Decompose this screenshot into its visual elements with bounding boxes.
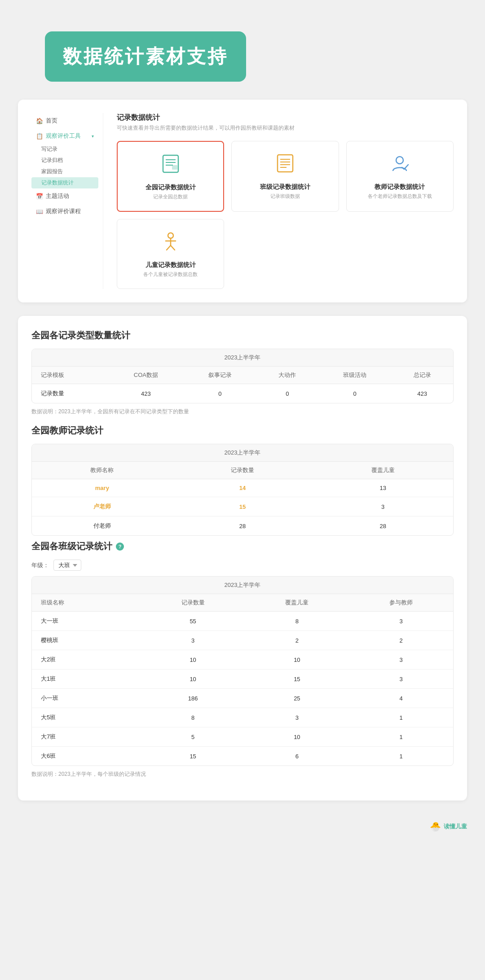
class-stats-table: 班级名称 记录数量 覆盖儿童 参与教师 大一班 55 8 3 樱桃班 3 2 2…: [32, 594, 453, 766]
col-class-teachers: 参与教师: [349, 594, 453, 612]
svg-rect-5: [278, 155, 293, 172]
grade-filter: 年级： 大班 中班 小班: [31, 560, 454, 571]
watermark-text: 读懂儿童: [444, 822, 467, 831]
sidebar-item-observe-course[interactable]: 📖 观察评价课程: [31, 204, 98, 219]
teacher-records-mary: 14: [172, 479, 313, 497]
col-class-children: 覆盖儿童: [245, 594, 349, 612]
teacher-children-fu: 28: [313, 516, 453, 536]
cell-class-teachers-0: 3: [349, 612, 453, 631]
sidebar-sub-record-archive[interactable]: 记录归档: [31, 155, 98, 166]
teacher-name-lu: 卢老师: [32, 497, 172, 516]
whole-garden-label: 全园记录数据统计: [125, 184, 216, 192]
table-row: 大一班 55 8 3: [32, 612, 453, 631]
help-icon[interactable]: ?: [116, 542, 124, 551]
stats-option-whole-garden[interactable]: 全园记录数据统计 记录全园总数据: [117, 141, 224, 212]
sidebar-item-home[interactable]: 🏠 首页: [31, 113, 98, 128]
sidebar: 🏠 首页 📋 观察评价工具 ▾ 写记录 记录归档 家园报告 记录数据统计 📅 主…: [31, 113, 103, 289]
record-type-note: 数据说明：2023上半学年，全园所有记录在不同记录类型下的数量: [31, 408, 454, 416]
cell-class-children-0: 8: [245, 612, 349, 631]
child-icon: [124, 230, 216, 257]
teacher-children-mary: 13: [313, 479, 453, 497]
cell-class-children-4: 25: [245, 689, 349, 708]
cell-class-children-3: 15: [245, 669, 349, 689]
class-stats-note: 数据说明：2023上半学年，每个班级的记录情况: [31, 770, 454, 778]
sidebar-sub-family-report[interactable]: 家园报告: [31, 166, 98, 177]
cell-class-records-5: 8: [141, 708, 245, 727]
stats-option-teacher[interactable]: 教师记录数据统计 各个老师记录数据总数及下载: [346, 141, 454, 212]
teacher-icon: [354, 152, 446, 179]
sidebar-sub-write-record[interactable]: 写记录: [31, 144, 98, 155]
col-coa: COA数据: [108, 367, 183, 384]
grade-label: 年级：: [31, 561, 49, 569]
teacher-year-header: 2023上半学年: [32, 444, 453, 462]
cell-class-name-0: 大一班: [32, 612, 141, 631]
cell-class-children-2: 10: [245, 650, 349, 669]
cell-class-name-7: 大6班: [32, 747, 141, 766]
cell-class-records-1: 3: [141, 631, 245, 650]
cell-class-teachers-5: 1: [349, 708, 453, 727]
cell-class-children-5: 3: [245, 708, 349, 727]
sidebar-item-theme-activity[interactable]: 📅 主题活动: [31, 188, 98, 204]
grade-select[interactable]: 大班 中班 小班: [53, 560, 81, 571]
stats-options-grid: 全园记录数据统计 记录全园总数据 班级记录数据统计: [117, 141, 454, 212]
cell-class-records-7: 15: [141, 747, 245, 766]
cell-class-children-6: 10: [245, 727, 349, 747]
cell-class-records-2: 10: [141, 650, 245, 669]
stats-section-subtitle: 可快速查看并导出所需要的数据统计结果，可以用作园所教研和课题的素材: [117, 124, 454, 132]
chevron-down-icon: ▾: [92, 134, 94, 139]
teacher-name-fu: 付老师: [32, 516, 172, 536]
cell-class-teachers-2: 3: [349, 650, 453, 669]
stats-option-child[interactable]: 儿童记录数据统计 各个儿童被记录数据总数: [117, 219, 224, 289]
watermark-icon: 🐣: [430, 821, 441, 832]
col-class-name: 班级名称: [32, 594, 141, 612]
navigation-stats-card: 🏠 首页 📋 观察评价工具 ▾ 写记录 记录归档 家园报告 记录数据统计 📅 主…: [18, 100, 467, 302]
svg-point-10: [396, 157, 403, 164]
table-row: 大7班 5 10 1: [32, 727, 453, 747]
svg-rect-4: [172, 165, 177, 170]
record-type-title: 全园各记录类型数量统计: [31, 329, 454, 341]
footer: 🐣 读懂儿童: [0, 814, 485, 845]
stats-option-class[interactable]: 班级记录数据统计 记录班级数据: [231, 141, 339, 212]
col-teacher-records: 记录数量: [172, 462, 313, 479]
cell-class-activity: 0: [318, 384, 392, 403]
teacher-stats-title: 全园教师记录统计: [31, 424, 454, 437]
teacher-children-lu: 3: [313, 497, 453, 516]
sidebar-sub-record-stats[interactable]: 记录数据统计: [31, 177, 98, 188]
teacher-label: 教师记录数据统计: [354, 183, 446, 191]
cell-big-action: 0: [256, 384, 318, 403]
clipboard-icon: 📋: [36, 133, 43, 140]
cell-class-name-4: 小一班: [32, 689, 141, 708]
class-stats-table-wrapper: 2023上半学年 班级名称 记录数量 覆盖儿童 参与教师 大一班 55 8 3 …: [31, 576, 454, 766]
cell-total: 423: [391, 384, 453, 403]
child-desc: 各个儿童被记录数据总数: [124, 271, 216, 278]
col-class-records: 记录数量: [141, 594, 245, 612]
col-teacher-children: 覆盖儿童: [313, 462, 453, 479]
sidebar-item-observe-tools[interactable]: 📋 观察评价工具 ▾: [31, 128, 98, 144]
col-class-activity: 班级活动: [318, 367, 392, 384]
class-year-header: 2023上半学年: [32, 577, 453, 594]
book-icon: 📖: [36, 208, 43, 215]
col-big-action: 大动作: [256, 367, 318, 384]
class-icon: [239, 152, 331, 179]
table-row: 樱桃班 3 2 2: [32, 631, 453, 650]
home-icon: 🏠: [36, 118, 43, 124]
table-row: 付老师 28 28: [32, 516, 453, 536]
cell-class-name-5: 大5班: [32, 708, 141, 727]
header-banner: 数据统计素材支持: [45, 31, 246, 82]
cell-label: 记录数量: [32, 384, 108, 403]
whole-garden-desc: 记录全园总数据: [125, 193, 216, 200]
table-row: 大6班 15 6 1: [32, 747, 453, 766]
teacher-name-mary: mary: [32, 479, 172, 497]
svg-rect-0: [163, 155, 178, 172]
cell-class-records-6: 5: [141, 727, 245, 747]
teacher-records-lu: 15: [172, 497, 313, 516]
svg-line-14: [167, 245, 171, 250]
col-teacher-name: 教师名称: [32, 462, 172, 479]
cell-class-children-7: 6: [245, 747, 349, 766]
table-row: 记录数量 423 0 0 0 423: [32, 384, 453, 403]
cell-narrative: 0: [183, 384, 256, 403]
cell-class-name-1: 樱桃班: [32, 631, 141, 650]
cell-class-teachers-7: 1: [349, 747, 453, 766]
cell-coa: 423: [108, 384, 183, 403]
table-row: 大2班 10 10 3: [32, 650, 453, 669]
